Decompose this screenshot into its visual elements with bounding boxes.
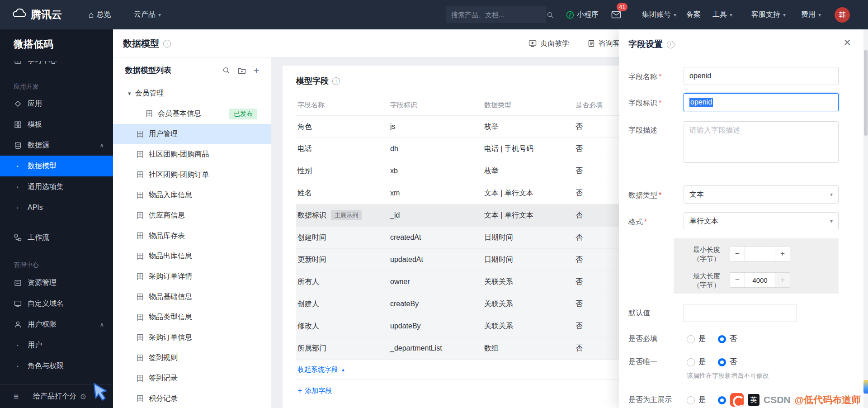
info-icon[interactable]: i	[163, 40, 171, 47]
field-key-input[interactable]: openid	[684, 93, 839, 111]
data-type-select[interactable]: 文本 ▾	[684, 185, 839, 204]
nav-group-account[interactable]: 集团账号 ▾	[642, 0, 676, 29]
collapse-link-label: 收起系统字段	[297, 365, 338, 374]
sidebar-item-data-model[interactable]: · 数据模型	[0, 156, 113, 176]
nav-icp[interactable]: 备案	[686, 0, 701, 29]
max-length-increase-button[interactable]: +	[775, 272, 790, 288]
nav-cloud-products[interactable]: 云产品 ▾	[134, 0, 161, 29]
add-field-label: 添加字段	[305, 387, 332, 395]
message-count-badge: 41	[617, 3, 627, 11]
tree-item[interactable]: 田 社区团购-团购订单	[113, 165, 271, 185]
user-icon	[14, 321, 22, 328]
search-icon[interactable]	[547, 11, 554, 19]
primary-display-radio-group: 是 否	[687, 395, 737, 405]
chevron-down-icon: ▾	[158, 12, 161, 18]
sidebar-item-permissions[interactable]: 用户权限 ∧	[0, 314, 113, 335]
page-scrollbar[interactable]	[863, 29, 868, 408]
info-icon[interactable]: i	[332, 77, 340, 85]
sidebar-item-label: 应用	[28, 99, 42, 109]
nav-miniprogram[interactable]: 小程序	[566, 0, 599, 29]
min-length-input[interactable]	[745, 246, 775, 261]
default-value-input[interactable]	[684, 304, 797, 322]
tree-item-user-mgmt[interactable]: 田 用户管理	[113, 124, 271, 144]
sidebar-item-roles[interactable]: · 角色与权限	[0, 356, 113, 376]
add-field-button[interactable]: + 添加字段	[297, 387, 332, 395]
tree-item[interactable]: 田 社区团购-团购商品	[113, 144, 271, 165]
sidebar-item-app[interactable]: 应用	[0, 93, 113, 114]
tree-item[interactable]: 田 物品入库信息	[113, 185, 271, 205]
sidebar-item-resources[interactable]: 资源管理	[0, 272, 113, 293]
cell-field-name: 性别	[297, 166, 390, 176]
tree-item[interactable]: 田 物品库存表	[113, 226, 271, 246]
max-length-decrease-button[interactable]: −	[730, 272, 745, 288]
table-icon: 田	[137, 292, 144, 302]
app-title: 微搭低码	[14, 38, 53, 51]
tree-item-member-basic[interactable]: 田 会员基本信息 已发布	[113, 104, 271, 124]
sidebar-item-datasource[interactable]: 数据源 ∧	[0, 135, 113, 156]
new-folder-icon[interactable]	[238, 67, 246, 74]
cell-field-key: updateBy	[390, 322, 484, 330]
rate-product-button[interactable]: 给产品打个分 ⊙	[33, 392, 86, 401]
primary-yes-option[interactable]: 是	[687, 395, 706, 405]
nav-tools[interactable]: 工具 ▾	[712, 0, 732, 29]
tree-item[interactable]: 田 采购订单信息	[113, 327, 271, 348]
plus-icon: +	[297, 388, 302, 394]
tree-item[interactable]: 田 物品类型信息	[113, 307, 271, 327]
tree-item[interactable]: 田 物品基础信息	[113, 287, 271, 307]
hand-pointer-graphic	[87, 379, 113, 407]
required-no-option[interactable]: 否	[718, 334, 737, 344]
chevron-down-icon: ▾	[730, 12, 732, 18]
cell-field-name: 数据标识	[297, 211, 326, 220]
tree-group-member[interactable]: ▾ 会员管理	[113, 83, 271, 104]
search-icon[interactable]	[222, 66, 230, 74]
tutorial-button[interactable]: 页面教学	[528, 29, 569, 57]
info-icon[interactable]: i	[667, 41, 675, 48]
nav-overview-label: 总览	[96, 10, 111, 19]
nav-support[interactable]: 客服支持 ▾	[751, 0, 786, 29]
cell-field-key: owner	[390, 278, 484, 286]
avatar[interactable]: 韩	[835, 7, 850, 23]
cell-field-type: 电话 | 手机号码	[484, 144, 576, 154]
tree-item[interactable]: 田 签到记录	[113, 368, 271, 389]
radio-checked-icon	[718, 335, 726, 343]
sidebar-item-label: 模板	[28, 120, 42, 129]
tree-item-label: 物品基础信息	[149, 292, 192, 302]
collapse-system-fields-link[interactable]: 收起系统字段 ▲	[297, 365, 345, 374]
min-length-decrease-button[interactable]: −	[730, 246, 745, 261]
tencent-cloud-logo[interactable]: 腾讯云	[12, 0, 62, 29]
sidebar-item-workflow[interactable]: 工作流	[0, 227, 113, 248]
min-length-stepper: − +	[730, 246, 790, 261]
max-length-input[interactable]	[745, 272, 775, 288]
sidebar-item-domains[interactable]: 自定义域名	[0, 293, 113, 314]
tree-item[interactable]: 田 积分记录	[113, 389, 271, 408]
search-input[interactable]	[446, 11, 547, 19]
add-model-button[interactable]: +	[254, 67, 259, 74]
required-yes-option[interactable]: 是	[687, 334, 706, 344]
close-icon[interactable]: ×	[844, 36, 851, 50]
field-name-input[interactable]	[684, 67, 839, 85]
required-field-label: 是否必填	[628, 334, 657, 344]
field-settings-panel: 字段设置 i × 字段名称* 字段标识* openid 字段描述 数据类型* 文…	[619, 29, 863, 408]
sidebar-item-template[interactable]: 模板	[0, 114, 113, 135]
format-select[interactable]: 单行文本 ▾	[684, 212, 839, 230]
tree-item[interactable]: 田 采购订单详情	[113, 266, 271, 287]
tree-item[interactable]: 田 签到规则	[113, 348, 271, 368]
sidebar-item-option-sets[interactable]: · 通用选项集	[0, 176, 113, 197]
sidebar-item-users[interactable]: · 用户	[0, 335, 113, 356]
nav-billing[interactable]: 费用 ▾	[801, 0, 821, 29]
tree-item[interactable]: 田 物品出库信息	[113, 246, 271, 266]
csdn-logo-icon	[730, 393, 744, 407]
cell-field-name: 创建人	[297, 299, 390, 309]
unique-no-option[interactable]: 否	[718, 357, 737, 367]
min-length-increase-button[interactable]: +	[775, 246, 790, 261]
collapse-sidebar-icon[interactable]: ≡	[14, 392, 19, 402]
field-desc-textarea[interactable]	[684, 121, 839, 163]
sidebar-item-learning[interactable]: 学习中心	[0, 50, 113, 71]
tree-item[interactable]: 田 供应商信息	[113, 205, 271, 226]
scrollbar-thumb[interactable]	[864, 50, 868, 136]
table-icon: 田	[137, 271, 144, 282]
radio-checked-icon	[718, 396, 726, 404]
sidebar-item-apis[interactable]: · APIs	[0, 197, 113, 218]
nav-overview[interactable]: ⌂ 总览	[89, 0, 111, 29]
unique-yes-option[interactable]: 是	[687, 357, 706, 367]
